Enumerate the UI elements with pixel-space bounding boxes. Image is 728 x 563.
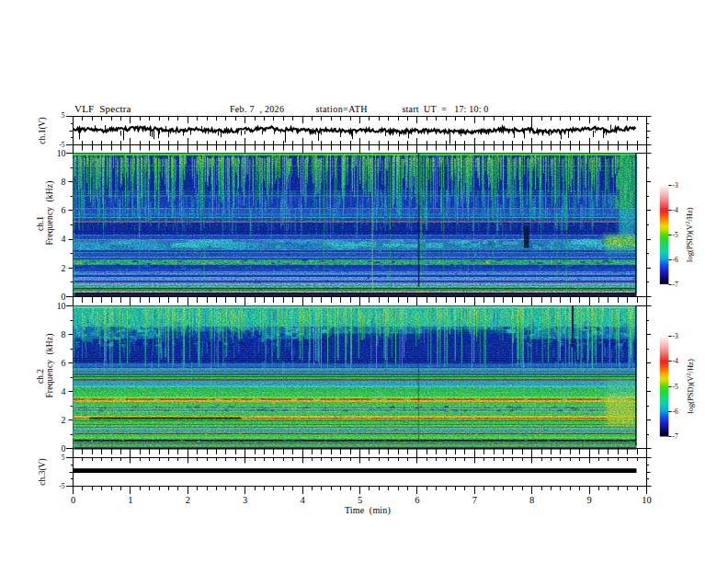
svg-text:6: 6 bbox=[62, 358, 66, 368]
svg-text:-7: -7 bbox=[673, 281, 678, 289]
svg-text:6: 6 bbox=[415, 495, 419, 505]
svg-text:Time (min): Time (min) bbox=[345, 505, 391, 516]
svg-text:10: 10 bbox=[57, 148, 66, 158]
svg-text:1: 1 bbox=[128, 495, 132, 505]
svg-text:-3: -3 bbox=[673, 181, 678, 190]
svg-text:4: 4 bbox=[62, 234, 66, 244]
svg-text:Feb. 7 , 2026: Feb. 7 , 2026 bbox=[230, 104, 284, 114]
svg-text:8: 8 bbox=[62, 177, 66, 187]
svg-text:0: 0 bbox=[62, 443, 66, 454]
svg-text:7: 7 bbox=[472, 495, 477, 505]
svg-text:-6: -6 bbox=[673, 256, 678, 264]
svg-text:9: 9 bbox=[586, 495, 591, 505]
svg-text:start UT = 17: 10: 0: start UT = 17: 10: 0 bbox=[403, 104, 489, 114]
svg-text:-4: -4 bbox=[673, 357, 678, 365]
svg-text:-7: -7 bbox=[673, 432, 678, 441]
svg-text:3: 3 bbox=[243, 495, 247, 505]
svg-text:VLF Spectra: VLF Spectra bbox=[74, 103, 131, 114]
svg-text:5: 5 bbox=[358, 495, 362, 505]
svg-text:10: 10 bbox=[642, 495, 652, 505]
svg-text:station=ATH: station=ATH bbox=[316, 104, 368, 114]
svg-text:-4: -4 bbox=[673, 206, 678, 214]
svg-text:log(PSD)(V2/Hz): log(PSD)(V2/Hz) bbox=[684, 207, 695, 262]
svg-text:0: 0 bbox=[71, 495, 75, 505]
svg-text:5: 5 bbox=[62, 454, 65, 462]
svg-text:2: 2 bbox=[62, 263, 66, 273]
svg-text:8: 8 bbox=[529, 495, 534, 505]
svg-text:log(PSD)(V2/Hz): log(PSD)(V2/Hz) bbox=[684, 359, 695, 414]
svg-text:ch.1(V): ch.1(V) bbox=[38, 117, 48, 144]
svg-text:Frequency (kHz): Frequency (kHz) bbox=[45, 333, 55, 397]
svg-text:-5: -5 bbox=[673, 383, 678, 391]
svg-text:6: 6 bbox=[62, 205, 66, 215]
svg-text:2: 2 bbox=[62, 415, 66, 425]
svg-text:4: 4 bbox=[300, 495, 305, 505]
svg-text:Frequency (kHz): Frequency (kHz) bbox=[45, 180, 55, 245]
svg-text:-3: -3 bbox=[673, 332, 678, 340]
svg-text:ch.2: ch.2 bbox=[36, 369, 45, 384]
svg-text:ch.1: ch.1 bbox=[36, 216, 45, 231]
svg-text:-6: -6 bbox=[673, 408, 678, 416]
svg-text:8: 8 bbox=[62, 329, 66, 339]
svg-text:-5: -5 bbox=[59, 482, 64, 490]
svg-text:-5: -5 bbox=[673, 231, 678, 239]
svg-text:5: 5 bbox=[62, 111, 65, 120]
svg-text:10: 10 bbox=[57, 301, 66, 311]
svg-text:2: 2 bbox=[186, 495, 190, 505]
svg-text:4: 4 bbox=[62, 386, 66, 396]
svg-text:ch.3(V): ch.3(V) bbox=[38, 458, 48, 485]
